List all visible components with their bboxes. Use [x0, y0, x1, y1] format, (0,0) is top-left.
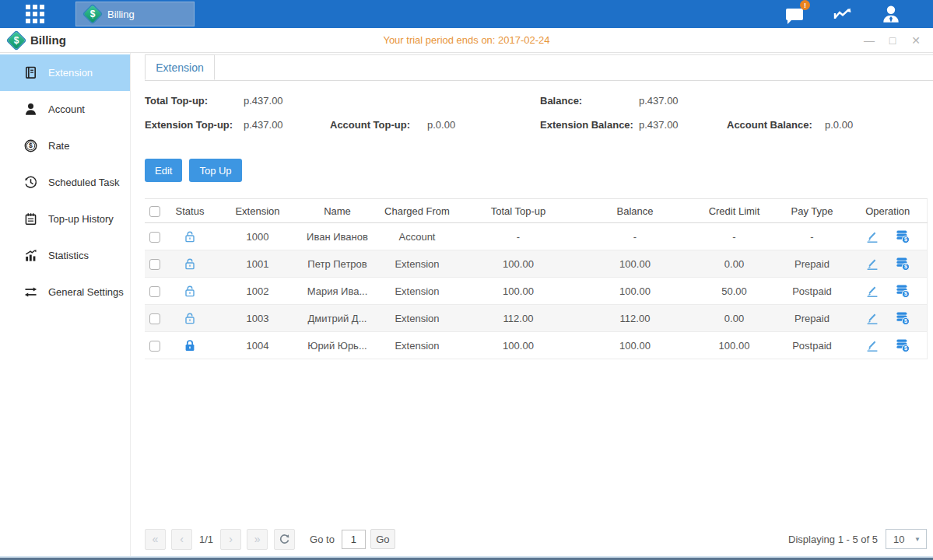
notebook-icon	[23, 212, 38, 226]
svg-text:$: $	[904, 264, 907, 270]
svg-text:$: $	[29, 142, 33, 149]
table-row: 1001 Петр Петров Extension 100.00 100.00…	[145, 250, 927, 278]
lock-status-icon	[182, 257, 198, 268]
svg-text:$: $	[904, 236, 907, 243]
row-checkbox[interactable]	[149, 341, 160, 352]
taskbar-tab-billing[interactable]: $ Billing	[75, 2, 195, 26]
edit-row-icon[interactable]	[865, 256, 880, 271]
row-checkbox[interactable]	[149, 313, 160, 324]
extension-table: Status Extension Name Charged From Total…	[145, 198, 928, 359]
col-operation: Operation	[849, 199, 927, 223]
cell-extension: 1001	[215, 250, 300, 278]
col-balance: Balance	[577, 199, 693, 223]
svg-text:$: $	[904, 291, 907, 297]
prev-page-button[interactable]: ‹	[171, 529, 192, 550]
table-row: 1000 Иван Иванов Account - - - -	[145, 223, 927, 250]
sidebar-item-account[interactable]: Account	[0, 91, 130, 128]
edit-row-icon[interactable]	[865, 229, 880, 244]
sidebar-item-rate[interactable]: $ Rate	[0, 128, 130, 164]
cell-name: Мария Ива...	[300, 278, 374, 305]
col-total-topup: Total Top-up	[460, 199, 577, 223]
row-checkbox[interactable]	[149, 232, 160, 243]
page-size-select[interactable]: 10 ▼	[886, 529, 927, 549]
cell-balance: 100.00	[577, 278, 693, 305]
top-up-row-icon[interactable]: $	[895, 338, 910, 353]
col-status: Status	[165, 199, 215, 223]
cell-pay-type: Postpaid	[775, 332, 849, 359]
extension-topup-value: p.437.00	[244, 119, 283, 131]
cell-name: Иван Иванов	[300, 223, 374, 250]
window-bottom-edge	[0, 556, 933, 560]
refresh-button[interactable]	[274, 529, 295, 550]
next-page-button[interactable]: ›	[220, 529, 241, 550]
lock-status-icon	[182, 229, 198, 241]
table-row: 1004 Юрий Юрь... Extension 100.00 100.00…	[145, 332, 927, 359]
row-checkbox[interactable]	[149, 259, 160, 270]
bar-chart-icon	[23, 248, 38, 263]
top-up-row-icon[interactable]: $	[895, 256, 910, 271]
cell-pay-type: Prepaid	[775, 250, 849, 278]
edit-row-icon[interactable]	[865, 338, 880, 353]
sidebar-item-extension[interactable]: Extension	[0, 54, 130, 91]
extension-topup-label: Extension Top-up:	[145, 119, 233, 131]
goto-page-input[interactable]	[342, 530, 366, 549]
sidebar-item-label: Rate	[48, 140, 69, 152]
tab-extension[interactable]: Extension	[145, 54, 215, 80]
sidebar-item-label: Scheduled Task	[48, 177, 120, 188]
line-chart-icon	[833, 5, 853, 23]
col-extension: Extension	[215, 199, 300, 223]
top-up-row-icon[interactable]: $	[895, 229, 910, 244]
edit-row-icon[interactable]	[865, 283, 880, 299]
notification-badge: !	[800, 0, 810, 10]
sidebar: Extension Account $ Rate Scheduled Task	[0, 53, 131, 560]
cell-balance: 100.00	[577, 250, 693, 278]
displaying-text: Displaying 1 - 5 of 5	[788, 534, 878, 545]
goto-label: Go to	[310, 534, 335, 545]
edit-row-icon[interactable]	[865, 310, 880, 326]
col-charged-from: Charged From	[374, 199, 460, 223]
extension-balance-label: Extension Balance:	[540, 119, 633, 131]
cell-credit-limit: 0.00	[693, 305, 775, 332]
cell-total-topup: 100.00	[460, 250, 577, 278]
app-launcher-grid-icon[interactable]	[26, 5, 44, 23]
cell-extension: 1004	[215, 332, 300, 359]
user-account-icon[interactable]	[880, 3, 902, 25]
first-page-button[interactable]: «	[145, 529, 166, 550]
table-row: 1003 Дмитрий Д... Extension 112.00 112.0…	[145, 305, 927, 332]
person-icon	[23, 102, 38, 117]
top-up-row-icon[interactable]: $	[895, 283, 910, 299]
resource-monitor-icon[interactable]	[832, 3, 854, 25]
sidebar-item-topup-history[interactable]: Top-up History	[0, 201, 130, 237]
row-checkbox[interactable]	[149, 286, 160, 297]
table-header-row: Status Extension Name Charged From Total…	[145, 199, 927, 223]
sidebar-item-scheduled-task[interactable]: Scheduled Task	[0, 164, 130, 201]
lock-status-icon	[182, 338, 198, 350]
sidebar-item-label: Statistics	[48, 250, 89, 261]
total-topup-label: Total Top-up:	[145, 95, 208, 107]
clock-icon	[23, 175, 38, 190]
lock-status-icon	[182, 311, 198, 323]
account-balance-value: p.0.00	[825, 119, 853, 131]
sidebar-item-label: Extension	[48, 67, 93, 79]
billing-dollar-icon: $	[84, 5, 101, 23]
messages-icon[interactable]: !	[784, 3, 805, 25]
sidebar-item-general-settings[interactable]: General Settings	[0, 274, 130, 310]
total-topup-value: p.437.00	[244, 95, 283, 107]
sidebar-item-statistics[interactable]: Statistics	[0, 237, 130, 274]
top-up-button[interactable]: Top Up	[189, 159, 241, 182]
page-size-value: 10	[893, 534, 904, 545]
maximize-icon[interactable]: □	[886, 34, 899, 47]
transfer-arrows-icon	[23, 285, 38, 299]
top-up-row-icon[interactable]: $	[895, 310, 910, 326]
last-page-button[interactable]: »	[247, 529, 268, 550]
minimize-icon[interactable]: —	[863, 34, 875, 47]
sidebar-item-label: General Settings	[48, 286, 124, 298]
pagination-bar: « ‹ 1/1 › » Go to Go Displaying 1 - 5 of…	[145, 526, 927, 552]
go-button[interactable]: Go	[370, 529, 395, 549]
edit-button[interactable]: Edit	[145, 159, 182, 182]
cell-balance: -	[577, 223, 693, 250]
cell-name: Дмитрий Д...	[300, 305, 374, 332]
col-name: Name	[300, 199, 374, 223]
close-icon[interactable]: ✕	[910, 34, 922, 47]
select-all-checkbox[interactable]	[149, 206, 160, 217]
